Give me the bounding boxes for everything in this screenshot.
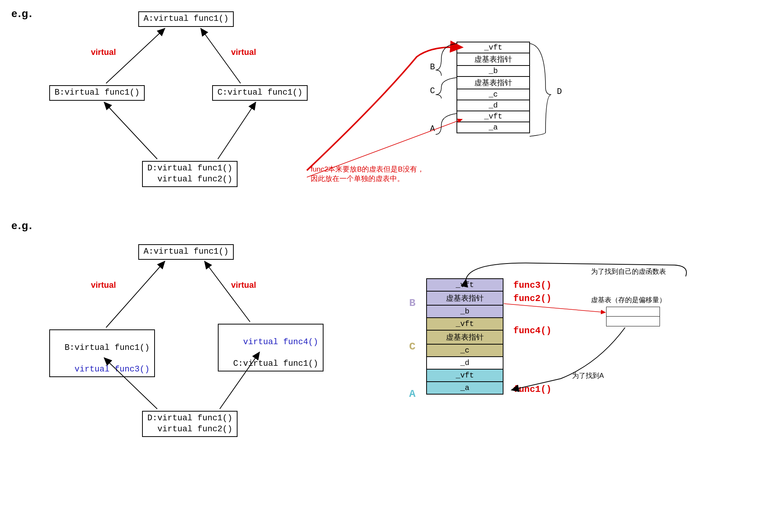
label-b-2: B [409,297,416,309]
svg-line-9 [504,304,605,312]
svg-line-5 [106,261,165,328]
c-c: _c [427,345,503,357]
b-line2: virtual func3() [75,365,150,374]
mem-cell: 虚基表指针 [457,53,529,66]
class-a-box-2: A:virtual func1() [138,244,234,260]
label-c-2: C [409,341,416,353]
label-a: A [430,124,435,134]
b-vbt: 虚基表指针 [427,292,503,306]
b-vft: _vft [427,279,503,292]
c-line2: C:virtual func1() [233,359,318,368]
class-b-box-2: B:virtual func1() virtual func3() [49,329,155,377]
svg-line-3 [218,102,256,159]
eg-label: e.g. [11,220,33,232]
arrows-svg-1 [8,8,758,220]
mem-cell: _c [457,89,529,100]
memory-layout-1: _vft 虚基表指针 _b 虚基表指针 _c _d _vft _a [456,42,530,133]
label-b: B [430,62,435,72]
vbtable-box [606,307,660,326]
label-d: D [557,87,562,97]
note-vft-self: 为了找到自己的虚函数表 [591,267,666,276]
c-vft: _vft [427,318,503,331]
func4-label: func4() [513,326,552,336]
note-vbtable: 虚基表（存的是偏移量） [591,295,666,304]
func1-label: func1() [513,384,552,395]
virtual-label-right-2: virtual [231,280,256,290]
class-d-box: D:virtual func1() virtual func2() [142,161,238,187]
diagram-example-1: e.g. A:virtual func1() B:virtual func1()… [8,8,758,220]
func2-label: func2() [513,293,552,304]
class-c-box: C:virtual func1() [212,85,308,101]
a-vft: _vft [427,370,503,382]
memory-layout-2: _vft 虚基表指针 _b _vft 虚基表指针 _c _d _vft _a [426,278,503,395]
class-b-box: B:virtual func1() [49,85,145,101]
mem-cell: _b [457,66,529,77]
class-a-box: A:virtual func1() [138,11,234,27]
mem-cell: _d [457,100,529,111]
label-a-2: A [409,388,416,400]
label-c: C [430,86,435,96]
c-vbt: 虚基表指针 [427,331,503,345]
virtual-label-left-2: virtual [91,280,116,290]
a-a: _a [427,382,503,394]
note-find-a: 为了找到A [572,371,604,380]
virtual-label-right: virtual [231,47,256,57]
mem-cell: _vft [457,111,529,122]
d-d: _d [427,357,503,370]
class-d-box-2: D:virtual func1() virtual func2() [142,411,238,437]
red-note: func2本来要放B的虚表但是B没有， 因此放在一个单独的虚表中。 [311,165,424,183]
virtual-label-left: virtual [91,47,116,57]
mem-cell: 虚基表指针 [457,77,529,89]
class-c-box-2: virtual func4() C:virtual func1() [218,324,324,371]
mem-cell: _a [457,122,529,133]
diagram-example-2: e.g. A:virtual func1() B:virtual func1()… [8,220,758,530]
eg-label: e.g. [11,8,33,20]
b-line1: B:virtual func1() [64,343,149,353]
func3-label: func3() [513,280,552,290]
mem-cell: _vft [457,42,529,53]
svg-line-2 [104,102,157,159]
b-b: _b [427,306,503,318]
c-line1: virtual func4() [243,337,318,347]
svg-line-6 [205,261,250,322]
